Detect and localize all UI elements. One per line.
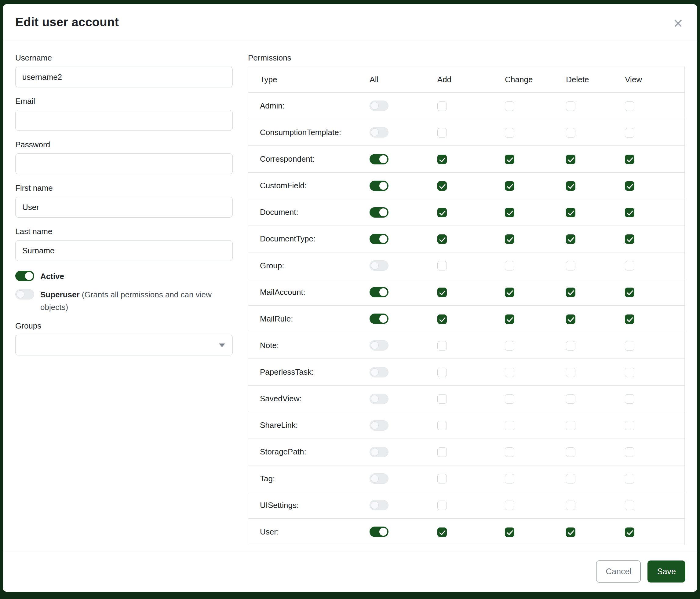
active-toggle[interactable] <box>15 271 34 281</box>
permission-add-checkbox[interactable] <box>438 154 447 164</box>
last-name-label: Last name <box>15 227 233 236</box>
permission-add-checkbox[interactable] <box>438 234 447 244</box>
last-name-field[interactable] <box>15 240 233 261</box>
permission-change-checkbox[interactable] <box>505 368 514 377</box>
permission-all-toggle[interactable] <box>370 527 389 537</box>
permission-row: DocumentType: <box>248 225 685 252</box>
permission-all-toggle[interactable] <box>370 473 389 484</box>
permission-all-toggle[interactable] <box>370 367 389 378</box>
permission-delete-checkbox[interactable] <box>566 261 575 270</box>
permission-delete-checkbox[interactable] <box>566 181 575 191</box>
permission-change-checkbox[interactable] <box>505 527 514 537</box>
permission-delete-checkbox[interactable] <box>566 288 575 297</box>
permission-view-checkbox[interactable] <box>625 341 634 351</box>
permission-all-toggle[interactable] <box>370 447 389 457</box>
permission-all-toggle[interactable] <box>370 127 389 138</box>
groups-select[interactable] <box>15 335 233 355</box>
permission-view-checkbox[interactable] <box>625 261 634 270</box>
permission-delete-checkbox[interactable] <box>566 128 575 138</box>
permission-add-checkbox[interactable] <box>438 368 447 377</box>
permission-delete-checkbox[interactable] <box>566 527 575 537</box>
permission-view-checkbox[interactable] <box>625 234 634 244</box>
permission-change-checkbox[interactable] <box>505 154 514 164</box>
permission-add-checkbox[interactable] <box>438 288 447 297</box>
permission-add-checkbox[interactable] <box>438 208 447 217</box>
permission-all-toggle[interactable] <box>370 314 389 324</box>
permission-delete-checkbox[interactable] <box>566 234 575 244</box>
permission-change-checkbox[interactable] <box>505 288 514 297</box>
permission-add-checkbox[interactable] <box>438 501 447 510</box>
permission-all-toggle[interactable] <box>370 420 389 431</box>
permission-view-checkbox[interactable] <box>625 474 634 483</box>
permission-delete-checkbox[interactable] <box>566 341 575 351</box>
permission-add-checkbox[interactable] <box>438 101 447 111</box>
permission-change-checkbox[interactable] <box>505 448 514 457</box>
close-icon[interactable]: × <box>671 15 685 31</box>
permission-add-checkbox[interactable] <box>438 261 447 270</box>
permission-change-checkbox[interactable] <box>505 261 514 270</box>
permission-add-checkbox[interactable] <box>438 341 447 351</box>
permission-add-checkbox[interactable] <box>438 474 447 483</box>
permission-delete-checkbox[interactable] <box>566 394 575 404</box>
first-name-field[interactable] <box>15 197 233 218</box>
permission-delete-checkbox[interactable] <box>566 101 575 111</box>
save-button[interactable]: Save <box>648 560 685 582</box>
user-form: Username Email Password First name Last <box>15 53 233 545</box>
permission-delete-checkbox[interactable] <box>566 154 575 164</box>
permission-add-checkbox[interactable] <box>438 527 447 537</box>
permission-change-checkbox[interactable] <box>505 234 514 244</box>
permission-add-checkbox[interactable] <box>438 394 447 404</box>
permission-view-checkbox[interactable] <box>625 501 634 510</box>
permission-all-toggle[interactable] <box>370 340 389 351</box>
permission-delete-checkbox[interactable] <box>566 421 575 430</box>
permission-change-checkbox[interactable] <box>505 501 514 510</box>
permission-view-checkbox[interactable] <box>625 101 634 111</box>
permission-change-checkbox[interactable] <box>505 341 514 351</box>
permission-add-checkbox[interactable] <box>438 421 447 430</box>
cancel-button[interactable]: Cancel <box>596 560 641 582</box>
permission-delete-checkbox[interactable] <box>566 474 575 483</box>
permission-change-checkbox[interactable] <box>505 394 514 404</box>
permission-all-toggle[interactable] <box>370 500 389 510</box>
permission-delete-checkbox[interactable] <box>566 208 575 217</box>
permission-all-toggle[interactable] <box>370 393 389 404</box>
permission-add-checkbox[interactable] <box>438 314 447 324</box>
permission-all-toggle[interactable] <box>370 287 389 297</box>
permission-change-checkbox[interactable] <box>505 101 514 111</box>
permission-delete-checkbox[interactable] <box>566 368 575 377</box>
permission-view-checkbox[interactable] <box>625 448 634 457</box>
email-field[interactable] <box>15 110 233 131</box>
permission-change-checkbox[interactable] <box>505 314 514 324</box>
permission-delete-checkbox[interactable] <box>566 314 575 324</box>
permission-view-checkbox[interactable] <box>625 368 634 377</box>
permission-view-checkbox[interactable] <box>625 154 634 164</box>
permission-view-checkbox[interactable] <box>625 181 634 191</box>
permission-delete-checkbox[interactable] <box>566 448 575 457</box>
permission-all-toggle[interactable] <box>370 260 389 271</box>
permission-all-toggle[interactable] <box>370 154 389 164</box>
permission-view-checkbox[interactable] <box>625 288 634 297</box>
permission-delete-checkbox[interactable] <box>566 501 575 510</box>
permission-change-checkbox[interactable] <box>505 128 514 138</box>
permission-all-toggle[interactable] <box>370 207 389 218</box>
permission-all-toggle[interactable] <box>370 181 389 191</box>
permission-add-checkbox[interactable] <box>438 448 447 457</box>
permission-view-checkbox[interactable] <box>625 314 634 324</box>
permission-view-checkbox[interactable] <box>625 527 634 537</box>
permission-change-checkbox[interactable] <box>505 474 514 483</box>
last-name-group: Last name <box>15 227 233 261</box>
permission-change-checkbox[interactable] <box>505 181 514 191</box>
superuser-toggle[interactable] <box>15 289 34 300</box>
permission-all-toggle[interactable] <box>370 100 389 111</box>
permission-add-checkbox[interactable] <box>438 181 447 191</box>
permission-all-toggle[interactable] <box>370 234 389 244</box>
permission-view-checkbox[interactable] <box>625 208 634 217</box>
permission-change-checkbox[interactable] <box>505 208 514 217</box>
permission-change-checkbox[interactable] <box>505 421 514 430</box>
password-field[interactable] <box>15 153 233 174</box>
username-input[interactable] <box>15 67 233 88</box>
permission-view-checkbox[interactable] <box>625 128 634 138</box>
permission-view-checkbox[interactable] <box>625 421 634 430</box>
permission-add-checkbox[interactable] <box>438 128 447 138</box>
permission-view-checkbox[interactable] <box>625 394 634 404</box>
